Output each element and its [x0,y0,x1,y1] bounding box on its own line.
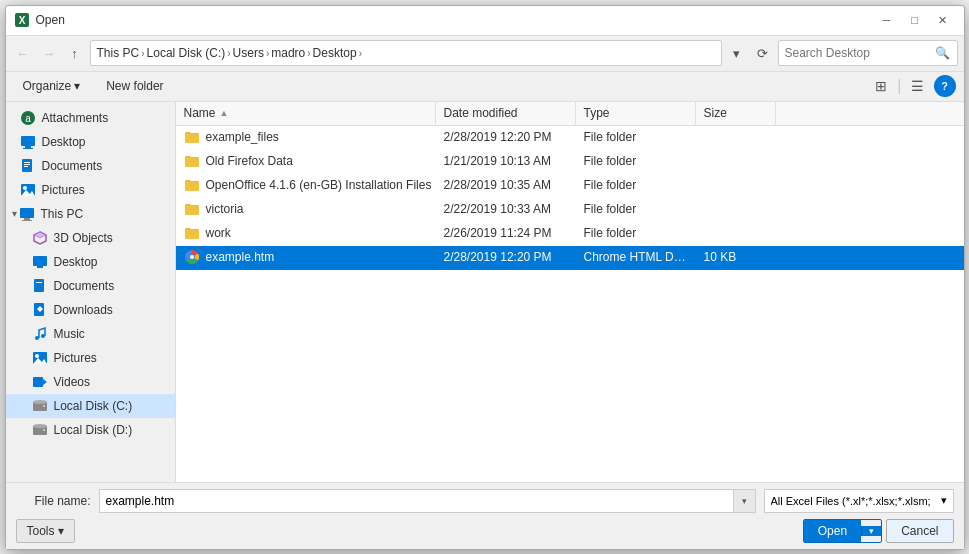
col-header-size[interactable]: Size [696,102,776,125]
table-row[interactable]: OpenOffice 4.1.6 (en-GB) Installation Fi… [176,174,964,198]
file-name-text: OpenOffice 4.1.6 (en-GB) Installation Fi… [206,178,432,192]
maximize-button[interactable]: □ [902,10,928,30]
sidebar-item-desktop[interactable]: Desktop [6,130,175,154]
breadcrumb[interactable]: This PC › Local Disk (C:) › Users › madr… [90,40,722,66]
file-type-cell: File folder [576,178,696,192]
file-date-cell: 2/26/2019 11:24 PM [436,226,576,240]
sidebar-item-pictures[interactable]: Pictures [6,178,175,202]
table-row[interactable]: work 2/26/2019 11:24 PM File folder [176,222,964,246]
attachments-icon: a [20,110,36,126]
sidebar-scroll: a Attachments Desktop Documents [6,102,175,482]
forward-button[interactable]: → [38,42,60,64]
organize-button[interactable]: Organize ▾ [14,75,90,97]
filename-input[interactable] [100,494,733,508]
table-row[interactable]: example_files 2/28/2019 12:20 PM File fo… [176,126,964,150]
filename-input-wrap[interactable]: ▾ [99,489,756,513]
sidebar-item-3dobjects[interactable]: 3D Objects [6,226,175,250]
file-type-cell: File folder [576,226,696,240]
svg-rect-5 [25,146,31,148]
sidebar-item-documents[interactable]: Documents [6,154,175,178]
sidebar-section-thispc[interactable]: ▾ This PC [6,202,175,226]
col-size-label: Size [704,106,727,120]
sidebar-item-localdiskc[interactable]: Local Disk (C:) [6,394,175,418]
new-folder-label: New folder [106,79,163,93]
tools-label: Tools [27,524,55,538]
col-type-label: Type [584,106,610,120]
file-date-cell: 2/28/2019 10:35 AM [436,178,576,192]
close-button[interactable]: ✕ [930,10,956,30]
svg-point-29 [35,354,39,358]
search-box[interactable]: 🔍 [778,40,958,66]
breadcrumb-thispc: This PC [97,46,140,60]
help-button[interactable]: ? [934,75,956,97]
svg-rect-19 [33,256,47,266]
open-split-button[interactable]: ▾ [861,526,881,536]
sidebar-label-documents: Documents [42,159,103,173]
layout-button[interactable]: ☰ [906,75,930,97]
sidebar-label-pictures: Pictures [42,183,85,197]
breadcrumb-users: Users [233,46,264,60]
table-row[interactable]: Old Firefox Data 1/21/2019 10:13 AM File… [176,150,964,174]
sidebar-label-localdiskd: Local Disk (D:) [54,423,133,437]
title-bar: X Open ─ □ ✕ [6,6,964,36]
file-list: Name ▲ Date modified Type Size example_f… [176,102,964,482]
svg-marker-18 [34,232,46,238]
svg-point-35 [43,405,45,407]
file-name-text: Old Firefox Data [206,154,293,168]
sidebar-item-attachments[interactable]: a Attachments [6,106,175,130]
sidebar-label-downloads: Downloads [54,303,113,317]
sidebar-item-documents2[interactable]: Documents [6,274,175,298]
tools-button[interactable]: Tools ▾ [16,519,75,543]
localdiskd-icon [32,422,48,438]
app-icon: X [14,12,30,28]
back-button[interactable]: ← [12,42,34,64]
cancel-button[interactable]: Cancel [886,519,953,543]
search-input[interactable] [785,46,935,60]
minimize-button[interactable]: ─ [874,10,900,30]
sidebar-item-pictures2[interactable]: Pictures [6,346,175,370]
svg-rect-8 [24,162,30,163]
sidebar-item-desktop2[interactable]: Desktop [6,250,175,274]
filename-dropdown-button[interactable]: ▾ [733,490,755,512]
window-controls: ─ □ ✕ [874,10,956,30]
file-type-cell: Chrome HTML Do... [576,250,696,264]
dropdown-button[interactable]: ▾ [726,42,748,64]
refresh-button[interactable]: ⟳ [752,42,774,64]
up-button[interactable]: ↑ [64,42,86,64]
bottom-area: File name: ▾ All Excel Files (*.xl*;*.xl… [6,482,964,549]
sidebar-label-thispc: This PC [41,207,84,221]
svg-marker-32 [43,379,47,385]
svg-point-12 [23,186,27,190]
table-row[interactable]: example.htm 2/28/2019 12:20 PM Chrome HT… [176,246,964,270]
file-date-cell: 1/21/2019 10:13 AM [436,154,576,168]
svg-rect-22 [36,282,42,283]
documents2-icon [32,278,48,294]
open-button[interactable]: Open [804,520,861,542]
new-folder-button[interactable]: New folder [97,75,172,97]
file-name-cell: victoria [176,201,436,217]
videos-icon [32,374,48,390]
music-icon [32,326,48,342]
file-name-cell: work [176,225,436,241]
sidebar-item-downloads[interactable]: Downloads [6,298,175,322]
col-header-date[interactable]: Date modified [436,102,576,125]
organize-chevron-icon: ▾ [74,79,80,93]
pictures2-icon [32,350,48,366]
sidebar-label-pictures2: Pictures [54,351,97,365]
sidebar-item-videos[interactable]: Videos [6,370,175,394]
toolbar-divider: | [897,77,901,95]
file-icon [184,177,200,193]
filetype-label: All Excel Files (*.xl*;*.xlsx;*.xlsm; [771,495,941,507]
sidebar-item-music[interactable]: Music [6,322,175,346]
view-toggle-button[interactable]: ⊞ [869,75,893,97]
sidebar-item-localdiskd[interactable]: Local Disk (D:) [6,418,175,442]
thispc-icon [19,206,35,222]
col-header-name[interactable]: Name ▲ [176,102,436,125]
filetype-select[interactable]: All Excel Files (*.xl*;*.xlsx;*.xlsm; ▾ [764,489,954,513]
toolbar: Organize ▾ New folder ⊞ | ☰ ? [6,72,964,102]
table-row[interactable]: victoria 2/22/2019 10:33 AM File folder [176,198,964,222]
svg-text:X: X [18,15,25,26]
svg-rect-6 [23,148,33,149]
col-header-type[interactable]: Type [576,102,696,125]
sidebar-label-videos: Videos [54,375,90,389]
